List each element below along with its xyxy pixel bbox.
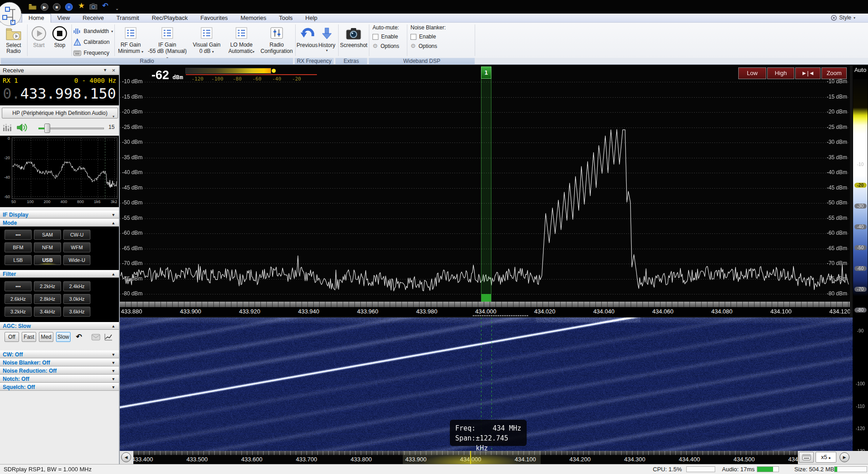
filter-button-2-4khz[interactable]: 2.4kHz (63, 281, 90, 291)
open-folder-icon[interactable] (28, 3, 37, 11)
style-menu[interactable]: Style▾ (831, 14, 855, 21)
noise-blanker-options-button[interactable]: ⚙Options (410, 43, 446, 49)
mail-icon[interactable] (91, 334, 100, 341)
previous-button[interactable]: Previous (297, 24, 317, 48)
rx-marker[interactable]: 1 (481, 66, 491, 302)
close-icon[interactable]: × (112, 66, 115, 75)
mode-button-nfm[interactable]: NFM (34, 242, 61, 252)
mode-button-cw-u[interactable]: CW-U (63, 230, 90, 240)
rx-marker-number[interactable]: 1 (481, 66, 491, 79)
calibration-button[interactable]: Calibration (73, 37, 109, 47)
filter-button-3-4khz[interactable]: 3.4kHz (34, 307, 61, 317)
keyboard-icon (73, 50, 81, 56)
tab-memories[interactable]: Memories (234, 14, 273, 23)
filter-button-2-8khz[interactable]: 2.8kHz (34, 294, 61, 304)
mode-button-item[interactable]: ••• (5, 230, 32, 240)
mode-button-sam[interactable]: SAM (34, 230, 61, 240)
tab-receive[interactable]: Receive (76, 14, 110, 23)
visual-gain-dropdown[interactable]: Visual Gain 0 dB ▾ (190, 24, 223, 54)
favourite-star-icon[interactable]: ★ (77, 2, 85, 10)
audio-x-tick: 400 (60, 199, 67, 204)
tab-rec-playback[interactable]: Rec/Playback (146, 14, 194, 23)
screenshot-button[interactable]: Screenshot (340, 24, 367, 48)
add-icon[interactable]: + (65, 3, 73, 11)
nav-scroll-left-button[interactable]: ◀ (121, 452, 131, 462)
audio-x-tick: 800 (77, 199, 84, 204)
stop-button[interactable]: Stop (50, 24, 70, 48)
frequency-button[interactable]: Frequency (73, 48, 109, 58)
section-filter[interactable]: Filter▴ (0, 270, 119, 278)
graph-icon[interactable] (104, 333, 113, 341)
start-button[interactable]: Start (29, 24, 49, 48)
range-button-center[interactable]: ►|◄ (795, 67, 821, 79)
mode-button-wfm[interactable]: WFM (63, 242, 90, 252)
mode-button-wide-u[interactable]: Wide-U (63, 255, 90, 265)
filter-button-3-2khz[interactable]: 3.2kHz (5, 307, 32, 317)
tab-favourites[interactable]: Favourites (194, 14, 234, 23)
lo-mode-dropdown[interactable]: LO Mode Automatic▾ (225, 24, 258, 54)
tab-tools[interactable]: Tools (273, 14, 299, 23)
mode-button-lsb[interactable]: LSB (5, 255, 32, 265)
pane-collapse-icon[interactable]: ▼ (103, 66, 107, 75)
noise-blanker-enable-checkbox[interactable]: Enable (410, 33, 446, 40)
play-icon[interactable]: ▶ (41, 3, 48, 11)
audio-device-select[interactable]: HP (Périphérique High Definition Audio) … (2, 108, 118, 118)
tab-view[interactable]: View (51, 14, 76, 23)
section-if-display[interactable]: IF Display▾ (0, 211, 119, 218)
band-navigator[interactable]: 433.400433.500433.600433.700433.800433.9… (120, 451, 868, 464)
tab-transmit[interactable]: Transmit (110, 14, 146, 23)
auto-range-button[interactable]: Auto (853, 66, 868, 73)
filter-button-2-6khz[interactable]: 2.6kHz (5, 294, 32, 304)
section-agc[interactable]: AGC: Slow▴ (0, 322, 119, 330)
agc-button-med[interactable]: Med (39, 332, 53, 342)
waterfall-display[interactable]: Freq:434 MHz Span:±122.745 kHz (120, 318, 854, 451)
bandwidth-dropdown[interactable]: Bandwidth▾ (73, 26, 113, 36)
volume-slider-thumb[interactable] (44, 123, 50, 133)
section-noise-reduction-off[interactable]: Noise Reduction: Off▾ (0, 367, 119, 374)
select-radio-button[interactable]: Select Radio (3, 24, 24, 54)
section-noise-blanker-off[interactable]: Noise Blanker: Off▾ (0, 359, 119, 366)
filter-button-2-2khz[interactable]: 2.2kHz (34, 281, 61, 291)
stop-icon[interactable]: ■ (53, 3, 61, 11)
rf-gain-dropdown[interactable]: RF Gain Minimum ▾ (117, 24, 145, 54)
mode-button-usb[interactable]: USB (34, 255, 61, 265)
camera-icon (340, 24, 367, 43)
quick-access-menu-icon[interactable]: ⌄ (113, 5, 121, 13)
range-button-zoom[interactable]: Zoom (821, 67, 847, 79)
auto-mute-group: Auto-mute: Enable ⚙Options (373, 24, 399, 49)
section-squelch-off[interactable]: Squelch: Off▾ (0, 383, 119, 391)
speaker-icon[interactable] (16, 122, 27, 133)
frequency-axis-ticks[interactable] (120, 302, 850, 307)
undo-icon[interactable]: ↶ (76, 332, 82, 341)
agc-button-off[interactable]: Off (5, 332, 19, 342)
checkbox-icon (410, 34, 416, 40)
section-notch-off[interactable]: Notch: Off▾ (0, 375, 119, 383)
filter-button-3-6khz[interactable]: 3.6kHz (63, 307, 90, 317)
history-dropdown[interactable]: History ▾ (317, 24, 336, 52)
filter-button-item[interactable]: ••• (5, 281, 32, 291)
if-gain-dropdown[interactable]: IF Gain -55 dB (Manual) ▾ (146, 24, 188, 61)
undo-icon[interactable]: ↶ (101, 2, 109, 10)
spectrum-display[interactable]: -62 dBm -120-100-80-60-40-20 LowHigh►|◄Z… (120, 66, 850, 302)
section-mode[interactable]: Mode▴ (0, 219, 119, 227)
nav-zoom-factor-button[interactable]: x5 ▸ (816, 452, 836, 463)
range-button-low[interactable]: Low (738, 67, 766, 79)
nav-keyboard-button[interactable] (799, 452, 814, 463)
tab-help[interactable]: Help (299, 14, 324, 23)
agc-button-fast[interactable]: Fast (22, 332, 36, 342)
filter-button-3-0khz[interactable]: 3.0kHz (63, 294, 90, 304)
frequency-display[interactable]: 0.433.998.150 (1, 85, 118, 102)
intensity-scale[interactable]: Auto -10-20-30-40-50-60-70-80-90-100-110… (853, 66, 868, 451)
app-logo-icon[interactable] (0, 2, 22, 26)
tab-home[interactable]: Home (22, 14, 51, 23)
mode-button-bfm[interactable]: BFM (5, 242, 32, 252)
camera-icon[interactable] (89, 3, 97, 11)
agc-button-slow[interactable]: Slow (56, 332, 71, 342)
selection-dots (473, 315, 528, 316)
auto-mute-options-button[interactable]: ⚙Options (373, 43, 399, 49)
radio-configuration-button[interactable]: Radio Configuration (259, 24, 294, 54)
section-cw-off[interactable]: CW: Off▾ (0, 351, 119, 358)
range-button-high[interactable]: High (767, 67, 794, 79)
auto-mute-enable-checkbox[interactable]: Enable (373, 33, 399, 40)
nav-scroll-right-button[interactable]: ▶ (840, 452, 849, 462)
